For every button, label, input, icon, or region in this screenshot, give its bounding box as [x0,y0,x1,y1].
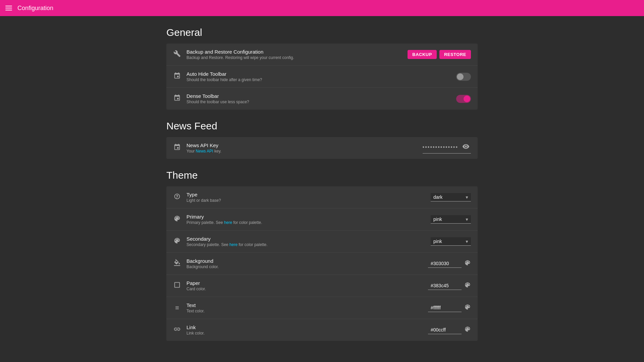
news-api-password-control: •••••••••••••• [423,143,471,154]
dense-toolbar-thumb [464,96,470,102]
dense-toolbar-info: Dense Toolbar Should the toolbar use les… [186,93,451,104]
password-field: •••••••••••••• [423,143,471,154]
paper-color-value: #383c45 [428,282,462,290]
auto-hide-thumb [457,73,464,80]
type-select-control: dark light ▼ [431,193,471,201]
primary-select[interactable]: pink red blue green [431,215,471,224]
background-row: Background Background color. #303030 [166,253,478,275]
secondary-desc: Secondary palette. See here for color pa… [186,242,425,247]
secondary-icon [173,237,181,246]
secondary-desc-suffix: for color palette. [237,242,267,247]
paper-color-picker[interactable] [464,282,471,290]
newsfeed-card: News API Key Your News API key. ••••••••… [166,137,478,159]
type-select-wrapper: dark light ▼ [431,193,471,201]
news-api-key-row: News API Key Your News API key. ••••••••… [166,137,478,159]
auto-hide-title: Auto Hide Toolbar [186,71,451,77]
news-api-icon [173,143,181,153]
link-desc: Link color. [186,331,423,336]
general-card: Backup and Restore Configuration Backup … [166,44,478,110]
background-title: Background [186,258,423,264]
dense-toolbar-icon [173,94,181,103]
dense-toolbar-desc: Should the toolbar use less space? [186,100,451,104]
secondary-select-control: pink red blue green ▼ [431,237,471,246]
restore-button[interactable]: RESTORE [439,50,471,59]
backup-restore-row: Backup and Restore Configuration Backup … [166,44,478,66]
backup-restore-info: Backup and Restore Configuration Backup … [186,49,402,60]
auto-hide-toggle[interactable] [456,73,471,81]
secondary-info: Secondary Secondary palette. See here fo… [186,236,425,247]
link-icon [173,325,181,335]
paper-title: Paper [186,280,423,286]
link-color-value: #00ccff [428,326,462,334]
text-title: Text [186,302,423,308]
app-bar-title: Configuration [17,5,53,12]
text-color-value: #ffffff [428,304,462,312]
dense-toolbar-row: Dense Toolbar Should the toolbar use les… [166,88,478,110]
theme-card: Type Light or dark base? dark light ▼ Pr… [166,186,478,341]
text-color-control: #ffffff [428,304,471,312]
background-desc: Background color. [186,264,423,269]
text-row: ≡ Text Text color. #ffffff [166,297,478,319]
link-color-picker[interactable] [464,326,471,334]
eye-button[interactable] [461,143,471,152]
type-icon [173,193,181,202]
primary-title: Primary [186,214,425,220]
auto-hide-desc: Should the toolbar hide after a given ti… [186,77,451,82]
text-info: Text Text color. [186,302,423,313]
wrench-icon [173,50,181,59]
link-info: Link Link color. [186,324,423,336]
text-icon: ≡ [173,304,181,312]
app-bar: Configuration [0,0,644,16]
secondary-title: Secondary [186,236,425,242]
type-title: Type [186,192,425,197]
newsfeed-heading: News Feed [166,120,478,132]
secondary-row: Secondary Secondary palette. See here fo… [166,231,478,253]
auto-hide-info: Auto Hide Toolbar Should the toolbar hid… [186,71,451,82]
paper-row: Paper Card color. #383c45 [166,275,478,297]
background-color-control: #303030 [428,259,471,268]
secondary-select-wrapper: pink red blue green ▼ [431,237,471,246]
secondary-here-link[interactable]: here [229,242,237,247]
background-info: Background Background color. [186,258,423,269]
paper-info: Paper Card color. [186,280,423,291]
secondary-desc-prefix: Secondary palette. See [186,242,229,247]
news-api-desc: Your News API key. [186,149,417,154]
type-info: Type Light or dark base? [186,192,425,203]
backup-button[interactable]: BACKUP [408,50,437,59]
link-color-control: #00ccff [428,326,471,334]
backup-restore-desc: Backup and Restore. Restoring will wipe … [186,55,402,60]
link-row: Link Link color. #00ccff [166,319,478,341]
background-icon [173,259,181,268]
theme-heading: Theme [166,170,478,181]
menu-icon[interactable] [5,6,12,10]
background-color-value: #303030 [428,259,462,268]
primary-desc: Primary palette. See here for color pale… [186,220,425,225]
password-dots: •••••••••••••• [423,144,458,150]
news-api-info: News API Key Your News API key. [186,142,417,154]
type-desc: Light or dark base? [186,198,425,203]
type-row: Type Light or dark base? dark light ▼ [166,186,478,208]
background-color-picker[interactable] [464,259,471,268]
paper-desc: Card color. [186,287,423,291]
dense-toolbar-toggle[interactable] [456,95,471,103]
dense-toolbar-toggle-switch[interactable] [456,95,471,103]
primary-here-link[interactable]: here [224,220,232,225]
backup-restore-controls: BACKUP RESTORE [408,50,471,59]
primary-desc-suffix: for color palette. [232,220,262,225]
news-api-desc-suffix: key. [213,149,221,154]
auto-hide-toggle-switch[interactable] [456,73,471,81]
toolbar-icon [173,72,181,81]
type-select[interactable]: dark light [431,193,471,201]
dense-toolbar-title: Dense Toolbar [186,93,451,99]
paper-color-control: #383c45 [428,282,471,290]
main-content: General Backup and Restore Configuration… [161,16,483,362]
secondary-select[interactable]: pink red blue green [431,237,471,246]
primary-select-wrapper: pink red blue green ▼ [431,215,471,224]
backup-restore-title: Backup and Restore Configuration [186,49,402,55]
text-color-picker[interactable] [464,304,471,312]
general-heading: General [166,27,478,38]
news-api-title: News API Key [186,142,417,148]
news-api-link[interactable]: News API [196,149,213,154]
link-title: Link [186,324,423,330]
auto-hide-toolbar-row: Auto Hide Toolbar Should the toolbar hid… [166,66,478,88]
